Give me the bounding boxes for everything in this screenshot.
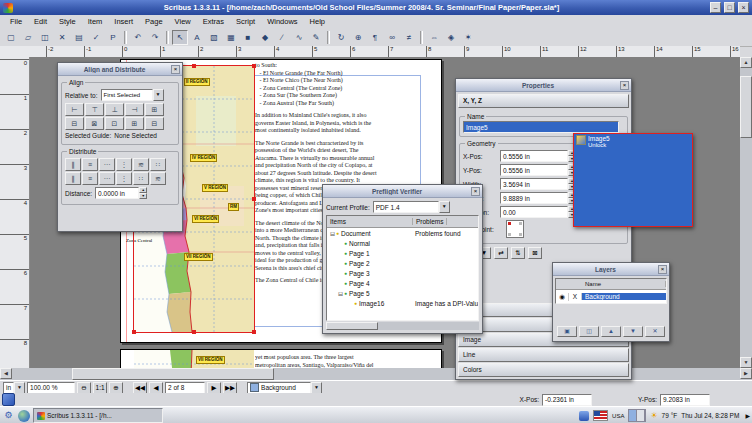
raise-layer-button[interactable]: ▲ bbox=[601, 326, 621, 337]
align-button[interactable]: ⊤ bbox=[85, 103, 104, 116]
geometry-spinbox[interactable]: 0.5556 in ▲▼ bbox=[500, 164, 576, 176]
polygon-tool-button[interactable]: ◆ bbox=[257, 30, 273, 45]
preflight-row[interactable]: ● Normal bbox=[327, 238, 478, 248]
text-frame[interactable]: yet most populous area. The three larges… bbox=[255, 354, 437, 368]
properties-section-tab[interactable]: Line bbox=[458, 348, 629, 362]
close-file-button[interactable]: ✕ bbox=[54, 30, 70, 45]
distribute-button[interactable]: ⋯ bbox=[99, 158, 115, 171]
redo-button[interactable]: ↷ bbox=[147, 30, 163, 45]
properties-section-tab[interactable]: Colors bbox=[458, 363, 629, 377]
basepoint-selector[interactable] bbox=[506, 220, 524, 238]
expander-icon[interactable]: ⊟ bbox=[337, 290, 344, 297]
undo-button[interactable]: ↶ bbox=[130, 30, 146, 45]
edit-contents-tool-button[interactable]: ¶ bbox=[367, 30, 383, 45]
menu-item[interactable]: Item bbox=[82, 16, 109, 27]
distribute-button[interactable]: ⋮ bbox=[116, 158, 132, 171]
bezier-tool-button[interactable]: ∿ bbox=[291, 30, 307, 45]
close-icon[interactable]: × bbox=[471, 187, 480, 196]
distribute-button[interactable]: ∥ bbox=[65, 158, 81, 171]
show-selected-checkbox[interactable]: ✓ bbox=[577, 150, 586, 159]
rotate-tool-button[interactable]: ↻ bbox=[333, 30, 349, 45]
undo-button[interactable]: ↶ Undo bbox=[577, 209, 632, 222]
dialog-titlebar[interactable]: Align and Distribute × bbox=[58, 63, 182, 76]
distance-spinbox[interactable]: 0.0000 in ▲▼ bbox=[95, 187, 147, 199]
lock-object-button[interactable]: ⊠ bbox=[528, 247, 542, 259]
layer-combo[interactable]: Background ▼ bbox=[247, 382, 322, 394]
layer-name[interactable]: Background bbox=[582, 293, 666, 300]
preflight-row[interactable]: ⊟ ● Document Problems found bbox=[327, 228, 478, 238]
scroll-left-icon[interactable]: ◀ bbox=[0, 368, 12, 379]
page-indicator[interactable]: 2 of 8 bbox=[165, 382, 205, 394]
first-page-icon[interactable]: ◀◀ bbox=[133, 382, 147, 394]
layer-row[interactable]: ◉ X Background bbox=[556, 290, 666, 303]
distribute-button[interactable]: ⋯ bbox=[99, 172, 115, 185]
line-tool-button[interactable]: ∕ bbox=[274, 30, 290, 45]
dialog-titlebar[interactable]: Layers × bbox=[553, 263, 669, 276]
eyedropper-tool-button[interactable]: ✶ bbox=[460, 30, 476, 45]
open-file-button[interactable]: ▱ bbox=[20, 30, 36, 45]
close-icon[interactable]: × bbox=[171, 65, 180, 74]
lower-layer-button[interactable]: ▼ bbox=[623, 326, 643, 337]
align-button[interactable]: ⊠ bbox=[85, 117, 104, 130]
table-tool-button[interactable]: ▦ bbox=[223, 30, 239, 45]
align-button[interactable]: ⊣ bbox=[125, 103, 144, 116]
align-button[interactable]: ⊥ bbox=[105, 103, 124, 116]
name-input[interactable]: Image5 bbox=[463, 121, 619, 133]
k-menu-icon[interactable]: ⚙ bbox=[2, 409, 15, 422]
taskbar-window-button[interactable]: Scribus 1.3.3.11 - [/h... bbox=[33, 408, 163, 423]
align-button[interactable]: ⊟ bbox=[145, 117, 164, 130]
select-tool-button[interactable]: ↖ bbox=[172, 30, 188, 45]
panel-hide-icon[interactable]: ▶ bbox=[745, 412, 750, 419]
tray-applet-icon[interactable] bbox=[579, 411, 589, 421]
resize-handle[interactable] bbox=[132, 330, 136, 334]
resize-handle[interactable] bbox=[252, 330, 256, 334]
image-frame-tool-button[interactable]: ▧ bbox=[206, 30, 222, 45]
layers-table[interactable]: Name ◉ X Background bbox=[555, 278, 667, 304]
menu-item[interactable]: Windows bbox=[261, 16, 303, 27]
preflight-row[interactable]: ⊟ ● Page 5 bbox=[327, 288, 478, 298]
close-icon[interactable]: × bbox=[738, 2, 749, 13]
distribute-button[interactable]: ∷ bbox=[150, 158, 166, 171]
new-file-button[interactable]: ▢ bbox=[3, 30, 19, 45]
distribute-button[interactable]: ∷ bbox=[133, 172, 149, 185]
expander-icon[interactable]: ⊟ bbox=[329, 230, 336, 237]
last-page-icon[interactable]: ▶▶ bbox=[223, 382, 237, 394]
scroll-up-icon[interactable]: ▲ bbox=[740, 57, 752, 68]
align-button[interactable]: ⊡ bbox=[105, 117, 124, 130]
dialog-titlebar[interactable]: Properties × bbox=[456, 79, 631, 92]
delete-layer-button[interactable]: ✕ bbox=[645, 326, 665, 337]
copy-properties-button[interactable]: ◈ bbox=[443, 30, 459, 45]
measure-tool-button[interactable]: ⇔ bbox=[426, 30, 442, 45]
close-icon[interactable]: × bbox=[620, 81, 629, 90]
spin-down-icon[interactable]: ▼ bbox=[139, 193, 147, 199]
print-button[interactable]: ▤ bbox=[71, 30, 87, 45]
preflight-row[interactable]: ● Page 3 bbox=[327, 268, 478, 278]
minimize-icon[interactable]: – bbox=[710, 2, 721, 13]
resize-handle[interactable] bbox=[192, 330, 196, 334]
previous-page-icon[interactable]: ◀ bbox=[149, 382, 163, 394]
align-button[interactable]: ⊢ bbox=[65, 103, 84, 116]
maximize-icon[interactable]: □ bbox=[724, 2, 735, 13]
layer-print-toggle[interactable]: X bbox=[569, 293, 582, 300]
separator[interactable] bbox=[166, 31, 169, 44]
align-button[interactable]: ⊞ bbox=[145, 103, 164, 116]
distribute-button[interactable]: ∥ bbox=[65, 172, 81, 185]
unit-combo[interactable]: in ▼ bbox=[3, 382, 25, 394]
align-button[interactable]: ⊞ bbox=[125, 117, 144, 130]
history-item[interactable]: Initial State bbox=[578, 163, 688, 175]
relative-to-combo[interactable]: First Selected ▼ bbox=[101, 89, 164, 101]
flip-horizontal-button[interactable]: ⇄ bbox=[494, 247, 508, 259]
distribute-button[interactable]: ≋ bbox=[133, 158, 149, 171]
menu-item[interactable]: Page bbox=[139, 16, 169, 27]
history-list[interactable]: Initial State Image5Unlock bbox=[577, 162, 689, 206]
geometry-spinbox[interactable]: 9.8889 in ▲▼ bbox=[500, 192, 576, 204]
close-icon[interactable]: × bbox=[681, 136, 690, 145]
separator[interactable] bbox=[420, 31, 423, 44]
flip-vertical-button[interactable]: ⇅ bbox=[511, 247, 525, 259]
dialog-titlebar[interactable]: Action History × bbox=[574, 134, 692, 147]
geometry-spinbox[interactable]: 3.5694 in ▲▼ bbox=[500, 178, 576, 190]
menu-item[interactable]: Script bbox=[230, 16, 261, 27]
vertical-ruler[interactable]: 012345678 bbox=[0, 57, 30, 368]
menu-item[interactable]: Insert bbox=[108, 16, 139, 27]
distribute-button[interactable]: ≡ bbox=[82, 172, 98, 185]
